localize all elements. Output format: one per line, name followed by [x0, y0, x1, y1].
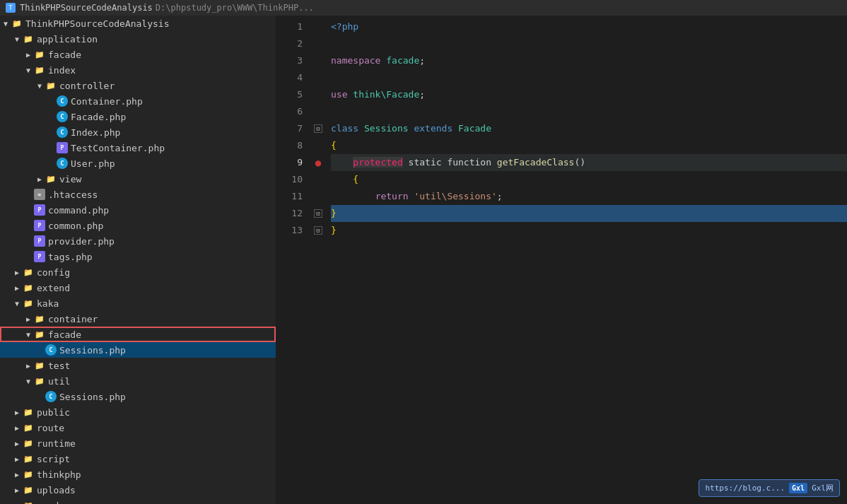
tree-arrow[interactable] [11, 33, 23, 45]
tree-arrow[interactable] [11, 453, 23, 464]
tree-arrow[interactable] [0, 18, 11, 29]
line-number: 6 [276, 103, 303, 120]
tree-item-controller[interactable]: 📁controller [0, 78, 276, 93]
tree-item-root[interactable]: 📁ThinkPHPSourceCodeAnalysis [0, 16, 276, 31]
tree-item-runtime[interactable]: 📁runtime [0, 435, 276, 451]
file-icon-folder: 📁 [34, 64, 45, 76]
tree-item-index[interactable]: 📁index [0, 62, 276, 78]
code-line: { [331, 137, 847, 154]
tree-arrow[interactable] [34, 173, 45, 184]
tree-arrow[interactable] [23, 64, 34, 76]
file-icon-folder: 📁 [23, 500, 34, 504]
tree-label: application [37, 34, 98, 45]
token-namespace-name: think\Facade [353, 89, 419, 100]
tree-item-route[interactable]: 📁route [0, 420, 276, 435]
tree-item-view[interactable]: 📁view [0, 171, 276, 187]
tree-label: ThinkPHPSourceCodeAnalysis [25, 18, 170, 29]
file-icon-php-file: P [34, 220, 45, 231]
file-icon-folder: 📁 [23, 406, 34, 418]
title-bar: T ThinkPHPSourceCodeAnalysis D:\phpstudy… [0, 0, 847, 16]
watermark-brand: Gxl网 [812, 483, 834, 493]
token-func-name: getFacadeClass [497, 157, 575, 168]
token-punctuation: ; [419, 89, 425, 100]
tree-item-kaka[interactable]: 📁kaka [0, 295, 276, 311]
tree-arrow[interactable] [23, 313, 34, 324]
tree-arrow[interactable] [23, 329, 34, 340]
tree-item-Sessions.php-util[interactable]: CSessions.php [0, 389, 276, 404]
tree-item-vendor[interactable]: 📁vendor [0, 498, 276, 504]
tree-item-facade-kaka[interactable]: 📁facade [0, 327, 276, 342]
code-line [331, 103, 847, 120]
tree-item-uploads[interactable]: 📁uploads [0, 482, 276, 498]
token-kw-protected: protected [353, 157, 402, 168]
tree-item-test[interactable]: 📁test [0, 358, 276, 373]
code-line: return 'util\Sessions'; [331, 188, 847, 205]
tree-label: view [59, 174, 81, 184]
gutter-item: ⊟ [311, 120, 325, 137]
tree-item-script[interactable]: 📁script [0, 451, 276, 467]
tree-item-Sessions.php-kaka[interactable]: CSessions.php [0, 342, 276, 358]
tree-item-Facade.php[interactable]: CFacade.php [0, 109, 276, 124]
tree-item-util[interactable]: 📁util [0, 373, 276, 389]
gutter-item: ● [311, 154, 325, 171]
tree-arrow[interactable] [23, 360, 34, 371]
token-kw-namespace: namespace [331, 55, 386, 66]
tree-item-config[interactable]: 📁config [0, 264, 276, 280]
main-layout: 📁ThinkPHPSourceCodeAnalysis📁application📁… [0, 16, 847, 504]
tree-item-public[interactable]: 📁public [0, 404, 276, 420]
code-line: <?php [331, 18, 847, 35]
tree-arrow[interactable] [11, 298, 23, 309]
tree-item-User.php[interactable]: CUser.php [0, 156, 276, 171]
file-icon-folder: 📁 [34, 329, 45, 340]
file-icon-folder: 📁 [34, 313, 45, 324]
token-normal [331, 174, 353, 184]
watermark: https://blog.c... Gxl Gxl网 [699, 479, 840, 497]
code-editor[interactable]: 12345678910111213 ⊟●⊟⊟ <?php namespace f… [276, 16, 847, 504]
tree-arrow[interactable] [11, 484, 23, 496]
tree-item-.htaccess[interactable]: ≡.htaccess [0, 187, 276, 202]
file-icon-php-class: C [57, 95, 68, 107]
tree-item-Container.php[interactable]: CContainer.php [0, 93, 276, 109]
file-icon-php-class: C [57, 111, 68, 122]
tree-item-provider.php[interactable]: Pprovider.php [0, 233, 276, 249]
token-php-tag: <?php [331, 21, 358, 32]
title-bar-text: ThinkPHPSourceCodeAnalysis [20, 3, 153, 13]
tree-item-thinkphp[interactable]: 📁thinkphp [0, 467, 276, 482]
tree-item-Index.php[interactable]: CIndex.php [0, 124, 276, 140]
tree-item-tags.php[interactable]: Ptags.php [0, 249, 276, 264]
tree-label: provider.php [48, 236, 115, 247]
tree-arrow[interactable] [11, 406, 23, 418]
tree-item-facade-top[interactable]: 📁facade [0, 47, 276, 62]
tree-arrow[interactable] [11, 469, 23, 480]
file-icon-folder: 📁 [34, 360, 45, 371]
tree-item-application[interactable]: 📁application [0, 31, 276, 47]
gutter-item: ⊟ [311, 205, 325, 222]
tree-arrow[interactable] [11, 500, 23, 504]
tree-label: controller [59, 81, 115, 91]
token-punctuation: ; [419, 55, 425, 66]
tree-item-extend[interactable]: 📁extend [0, 280, 276, 295]
tree-arrow[interactable] [23, 375, 34, 387]
tree-arrow[interactable] [11, 266, 23, 278]
tree-arrow[interactable] [34, 80, 45, 91]
gutter: ⊟●⊟⊟ [311, 16, 325, 504]
file-icon-php-class: C [57, 127, 68, 138]
file-icon-folder: 📁 [23, 282, 34, 293]
file-tree[interactable]: 📁ThinkPHPSourceCodeAnalysis📁application📁… [0, 16, 276, 504]
tree-label: test [48, 361, 70, 371]
line-number: 4 [276, 69, 303, 86]
tree-item-container-kaka[interactable]: 📁container [0, 311, 276, 327]
tree-arrow[interactable] [11, 282, 23, 293]
token-bracket: { [331, 140, 337, 151]
line-number: 12 [276, 205, 303, 222]
file-icon-config: ≡ [34, 189, 45, 200]
tree-arrow[interactable] [11, 422, 23, 433]
tree-item-command.php[interactable]: Pcommand.php [0, 202, 276, 218]
tree-item-common.php[interactable]: Pcommon.php [0, 218, 276, 233]
tree-item-TestContainer.php[interactable]: PTestContainer.php [0, 140, 276, 156]
code-line: class Sessions extends Facade [331, 120, 847, 137]
tree-arrow[interactable] [23, 49, 34, 60]
file-icon-folder: 📁 [23, 438, 34, 449]
tree-arrow[interactable] [11, 438, 23, 449]
line-number: 5 [276, 86, 303, 103]
